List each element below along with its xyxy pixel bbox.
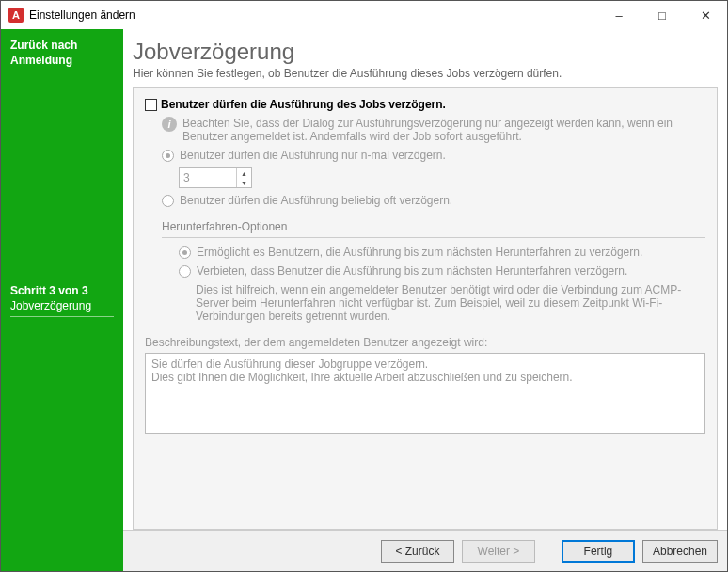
n-value-spinner[interactable]: ▲ ▼ xyxy=(179,167,252,188)
next-button: Weiter > xyxy=(462,540,535,563)
titlebar: A Einstellungen ändern – □ ✕ xyxy=(1,1,727,29)
shutdown-forbid-row: Verbieten, dass Benutzer die Ausführung … xyxy=(179,264,705,278)
allow-delay-label: Benutzer dürfen die Ausführung des Jobs … xyxy=(161,98,446,111)
window-title: Einstellungen ändern xyxy=(29,8,597,22)
finish-button[interactable]: Fertig xyxy=(562,540,635,563)
sidebar-step-label: Schritt 3 von 3 xyxy=(10,284,114,297)
spinner-up[interactable]: ▲ xyxy=(237,168,251,178)
sidebar-back-line2: Anmeldung xyxy=(10,54,114,69)
page-header: Jobverzögerung Hier können Sie festlegen… xyxy=(123,29,727,87)
description-textarea[interactable]: Sie dürfen die Ausführung dieser Jobgrup… xyxy=(145,353,705,434)
wizard-sidebar: Zurück nach Anmeldung Schritt 3 von 3 Jo… xyxy=(1,29,123,571)
radio-n-times-row: Benutzer dürfen die Ausführung nur n-mal… xyxy=(162,149,705,162)
info-text: Beachten Sie, dass der Dialog zur Ausfüh… xyxy=(182,117,705,143)
sidebar-back-line1: Zurück nach xyxy=(10,39,114,54)
n-value-row: ▲ ▼ xyxy=(179,167,705,188)
shutdown-group-divider xyxy=(162,237,705,238)
page-subtitle: Hier können Sie festlegen, ob Benutzer d… xyxy=(133,67,716,80)
spinner-arrows: ▲ ▼ xyxy=(236,168,251,187)
radio-unlimited-row: Benutzer dürfen die Ausführung beliebig … xyxy=(162,194,705,207)
sidebar-back-link[interactable]: Zurück nach Anmeldung xyxy=(10,39,114,68)
content-area: Jobverzögerung Hier können Sie festlegen… xyxy=(123,29,727,571)
n-value-input[interactable] xyxy=(180,168,236,187)
info-icon: i xyxy=(162,117,177,132)
radio-unlimited[interactable] xyxy=(162,195,174,207)
radio-n-times-label: Benutzer dürfen die Ausführung nur n-mal… xyxy=(180,149,446,162)
radio-shutdown-forbid[interactable] xyxy=(179,265,191,278)
dialog-window: A Einstellungen ändern – □ ✕ Zurück nach… xyxy=(0,0,728,572)
radio-shutdown-allow[interactable] xyxy=(179,246,191,259)
settings-panel: Benutzer dürfen die Ausführung des Jobs … xyxy=(133,87,718,530)
sidebar-step-name: Jobverzögerung xyxy=(10,299,114,317)
app-icon: A xyxy=(8,8,24,23)
shutdown-help-text: Dies ist hilfreich, wenn ein angemeldete… xyxy=(196,283,705,323)
back-button[interactable]: < Zurück xyxy=(381,540,454,563)
radio-unlimited-label: Benutzer dürfen die Ausführung beliebig … xyxy=(180,194,452,207)
close-button[interactable]: ✕ xyxy=(684,1,727,29)
shutdown-help-row: Dies ist hilfreich, wenn ein angemeldete… xyxy=(196,283,705,323)
wizard-footer: < Zurück Weiter > Fertig Abbrechen xyxy=(123,530,727,571)
sidebar-step: Schritt 3 von 3 Jobverzögerung xyxy=(10,284,114,317)
dialog-body: Zurück nach Anmeldung Schritt 3 von 3 Jo… xyxy=(1,29,727,571)
spinner-down[interactable]: ▼ xyxy=(237,178,251,187)
minimize-button[interactable]: – xyxy=(597,1,641,29)
maximize-button[interactable]: □ xyxy=(641,1,684,29)
radio-shutdown-allow-label: Ermöglicht es Benutzern, die Ausführung … xyxy=(197,246,642,259)
page-title: Jobverzögerung xyxy=(133,39,716,65)
radio-shutdown-forbid-label: Verbieten, dass Benutzer die Ausführung … xyxy=(197,264,627,278)
radio-n-times[interactable] xyxy=(162,150,174,162)
window-controls: – □ ✕ xyxy=(597,1,727,29)
shutdown-group-label: Herunterfahren-Optionen xyxy=(162,220,705,233)
info-row: i Beachten Sie, dass der Dialog zur Ausf… xyxy=(162,117,705,143)
shutdown-allow-row: Ermöglicht es Benutzern, die Ausführung … xyxy=(179,246,705,259)
allow-delay-row: Benutzer dürfen die Ausführung des Jobs … xyxy=(145,98,705,111)
cancel-button[interactable]: Abbrechen xyxy=(642,540,718,563)
description-label: Beschreibungstext, der dem angemeldeten … xyxy=(145,336,705,349)
allow-delay-checkbox[interactable] xyxy=(145,99,157,111)
